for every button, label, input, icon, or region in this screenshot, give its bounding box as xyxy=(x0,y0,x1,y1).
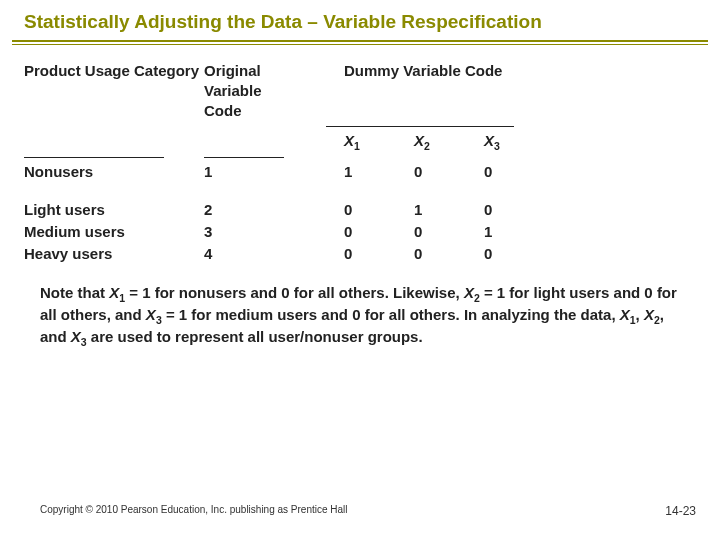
cell-d2: 0 xyxy=(414,162,484,182)
cell-orig: 1 xyxy=(204,162,344,182)
row-label: Light users xyxy=(24,200,204,220)
col-original-underline xyxy=(204,157,284,158)
cell-d2: 0 xyxy=(414,244,484,264)
row-label: Nonusers xyxy=(24,162,204,182)
data-table: Product Usage Category Original Variable… xyxy=(24,61,696,265)
cell-d3: 0 xyxy=(484,244,554,264)
cell-d3: 0 xyxy=(484,200,554,220)
cell-d1: 0 xyxy=(344,222,414,242)
col-product-underline xyxy=(24,157,164,158)
row-label: Heavy users xyxy=(24,244,204,264)
col-header-x2: X2 xyxy=(414,131,484,153)
copyright-text: Copyright © 2010 Pearson Education, Inc.… xyxy=(40,504,348,518)
col-header-x3: X3 xyxy=(484,131,554,153)
explanatory-note: Note that X1 = 1 for nonusers and 0 for … xyxy=(0,265,720,350)
col-header-dummy: Dummy Variable Code xyxy=(344,61,554,122)
page-number: 14-23 xyxy=(665,504,696,518)
cell-d1: 0 xyxy=(344,200,414,220)
cell-d3: 0 xyxy=(484,162,554,182)
col-header-product: Product Usage Category xyxy=(24,61,204,122)
cell-d1: 1 xyxy=(344,162,414,182)
cell-d1: 0 xyxy=(344,244,414,264)
col-header-x1: X1 xyxy=(344,131,414,153)
dummy-header-underline xyxy=(326,126,514,127)
page-title: Statistically Adjusting the Data – Varia… xyxy=(24,10,696,34)
cell-d3: 1 xyxy=(484,222,554,242)
cell-d2: 1 xyxy=(414,200,484,220)
main-content: Product Usage Category Original Variable… xyxy=(0,45,720,265)
col-header-original: Original Variable Code xyxy=(204,61,344,122)
cell-d2: 0 xyxy=(414,222,484,242)
cell-orig: 4 xyxy=(204,244,344,264)
cell-orig: 3 xyxy=(204,222,344,242)
cell-orig: 2 xyxy=(204,200,344,220)
row-label: Medium users xyxy=(24,222,204,242)
